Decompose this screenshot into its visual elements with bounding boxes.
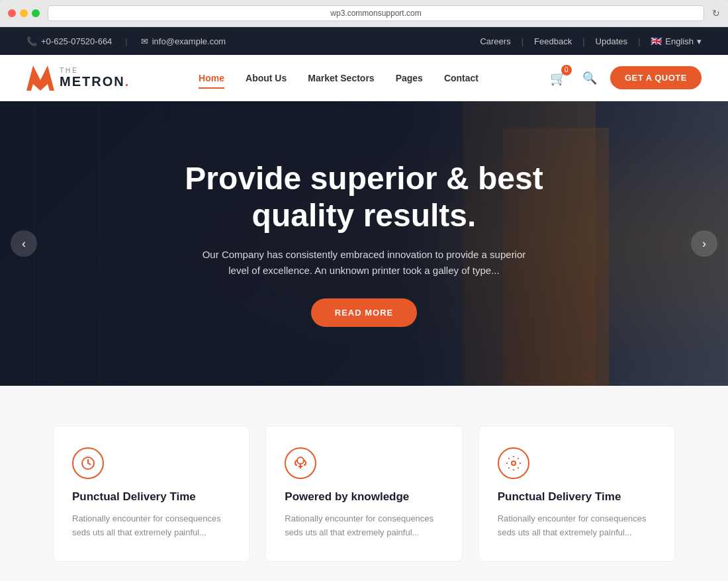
logo-main: METRON. (60, 74, 130, 89)
feature-title-0: Punctual Delivery Time (72, 490, 230, 504)
features-grid: Punctual Delivery Time Rationally encoun… (53, 425, 675, 562)
nav-pages[interactable]: Pages (396, 70, 423, 86)
logo-dot: . (125, 74, 130, 89)
feature-title-2: Punctual Delivery Time (498, 490, 656, 504)
logo-text-block: THE METRON. (60, 67, 130, 89)
feature-card-1: Powered by knowledge Rationally encounte… (265, 425, 462, 562)
feature-icon-wrap-1 (285, 447, 443, 479)
careers-link[interactable]: Careers (480, 36, 510, 46)
hero-subtitle: Our Company has consistently embraced in… (199, 247, 529, 279)
feature-card-0: Punctual Delivery Time Rationally encoun… (53, 425, 250, 562)
language-label: English (665, 36, 694, 46)
refresh-icon[interactable]: ↻ (712, 8, 720, 19)
feature-desc-1: Rationally encounter for consequences se… (285, 512, 443, 540)
logo[interactable]: THE METRON. (26, 66, 130, 91)
chevron-down-icon: ▾ (697, 36, 702, 46)
dot-green[interactable] (32, 9, 40, 17)
sep-1: | (522, 36, 523, 46)
feature-icon-1 (285, 447, 316, 479)
address-bar[interactable]: wp3.commonsupport.com (48, 5, 704, 21)
feedback-link[interactable]: Feedback (534, 36, 572, 46)
svg-point-5 (512, 461, 516, 465)
svg-point-2 (297, 457, 304, 464)
hero-content: Provide superior & best quality results.… (0, 101, 728, 386)
feature-title-1: Powered by knowledge (285, 490, 443, 504)
search-icon: 🔍 (582, 71, 597, 85)
phone-icon: 📞 (26, 36, 37, 46)
hero-next-button[interactable]: › (691, 230, 717, 257)
sep-3: | (638, 36, 640, 46)
email-contact: ✉ info@example.com (141, 36, 226, 46)
nav-menu: Home About Us Market Sectors Pages Conta… (199, 70, 478, 86)
email-address: info@example.com (152, 36, 226, 46)
feature-icon-0 (72, 447, 104, 479)
feature-icon-2 (498, 447, 529, 479)
hero-prev-button[interactable]: ‹ (11, 230, 37, 257)
feature-card-2: Punctual Delivery Time Rationally encoun… (478, 425, 675, 562)
logo-sub: THE (60, 67, 130, 74)
nav-home[interactable]: Home (199, 70, 224, 86)
nav-actions: 🛒 0 🔍 GET A QUOTE (547, 66, 702, 89)
nav-contact[interactable]: Contact (444, 70, 478, 86)
phone-contact: 📞 +0-625-07520-664 (26, 36, 112, 46)
hero-section: ‹ Provide superior & best quality result… (0, 101, 728, 386)
hero-cta-button[interactable]: READ MORE (311, 298, 417, 327)
nav-market[interactable]: Market Sectors (308, 70, 374, 86)
browser-chrome: wp3.commonsupport.com ↻ (0, 0, 728, 27)
hero-title: Provide superior & best quality results. (165, 160, 563, 233)
feature-icon-wrap-2 (498, 447, 656, 479)
cart-badge: 0 (561, 65, 572, 75)
cart-button[interactable]: 🛒 0 (547, 67, 569, 89)
navbar: THE METRON. Home About Us Market Sectors… (0, 55, 728, 101)
phone-number: +0-625-07520-664 (41, 36, 112, 46)
features-section: Punctual Delivery Time Rationally encoun… (0, 386, 728, 581)
quote-button[interactable]: GET A QUOTE (610, 66, 702, 89)
divider-1: | (125, 36, 127, 46)
top-bar-left: 📞 +0-625-07520-664 | ✉ info@example.com (26, 36, 226, 46)
top-bar: 📞 +0-625-07520-664 | ✉ info@example.com … (0, 27, 728, 55)
dot-red[interactable] (8, 9, 16, 17)
language-selector[interactable]: 🇬🇧 English ▾ (651, 36, 702, 46)
feature-icon-wrap-0 (72, 447, 230, 479)
browser-dots (8, 9, 40, 17)
dot-yellow[interactable] (20, 9, 28, 17)
sep-2: | (582, 36, 584, 46)
search-button[interactable]: 🔍 (580, 68, 600, 88)
nav-about[interactable]: About Us (246, 70, 287, 86)
email-icon: ✉ (141, 36, 148, 46)
feature-desc-2: Rationally encounter for consequences se… (498, 512, 656, 540)
svg-marker-0 (26, 66, 54, 91)
feature-desc-0: Rationally encounter for consequences se… (72, 512, 230, 540)
updates-link[interactable]: Updates (596, 36, 627, 46)
top-bar-right: Careers | Feedback | Updates | 🇬🇧 Englis… (480, 36, 702, 46)
flag-icon: 🇬🇧 (651, 36, 662, 46)
logo-icon (26, 66, 54, 91)
browser-window: wp3.commonsupport.com ↻ 📞 +0-625-07520-6… (0, 0, 728, 581)
